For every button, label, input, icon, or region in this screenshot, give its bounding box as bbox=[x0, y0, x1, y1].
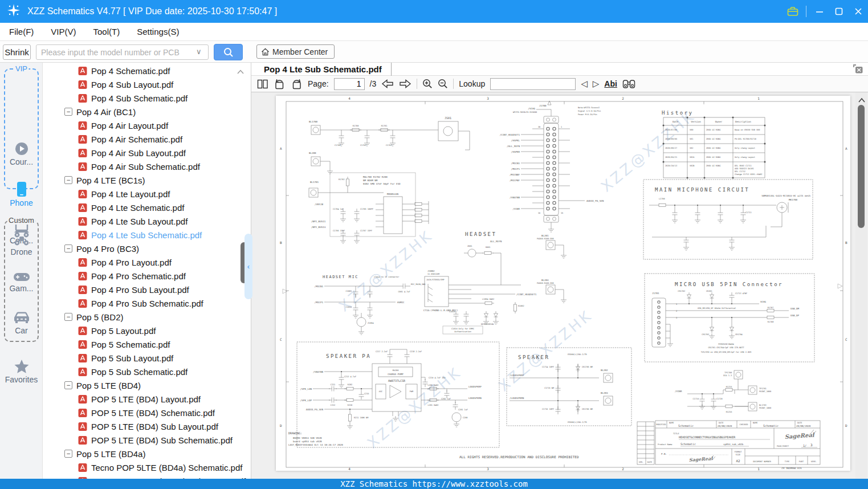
maximize-button[interactable] bbox=[829, 0, 849, 23]
tree-item[interactable]: − Pop 5 LTE (BD4) bbox=[43, 378, 251, 392]
page-next-icon[interactable] bbox=[399, 79, 411, 88]
tree-item[interactable]: − Pop 4 Lte Layout.pdf bbox=[43, 187, 251, 201]
tree-item[interactable]: − POP 5 LTE (BD4) Sub Schematic.pdf bbox=[43, 433, 251, 447]
binoculars-icon[interactable] bbox=[622, 79, 635, 89]
text-select-tool[interactable]: Abi bbox=[604, 79, 617, 88]
collapse-icon[interactable]: − bbox=[64, 450, 72, 458]
model-search-input[interactable] bbox=[36, 44, 209, 60]
tree-item[interactable]: − POP 5 LTE (BD4) Sub Layout.pdf bbox=[43, 419, 251, 433]
tree-item[interactable]: − Pop 4 Air Schematic.pdf bbox=[43, 132, 251, 146]
tree-item[interactable]: − Pop 5 Layout.pdf bbox=[43, 324, 251, 337]
pin-number: 1 bbox=[676, 303, 677, 305]
tree-item[interactable]: − POP 5 LTE (BD4) Schematic.pdf bbox=[43, 406, 251, 419]
rail-item-phone[interactable]: Phone bbox=[0, 181, 43, 207]
tree-item[interactable]: − Pop 4 Sub Schematic.pdf bbox=[43, 91, 251, 105]
find-next-icon[interactable]: ▷ bbox=[593, 79, 600, 89]
part-label: DIA 1.3 bbox=[723, 374, 732, 377]
viewer-scrollbar[interactable] bbox=[855, 92, 867, 479]
tree-item[interactable]: − Pop 5 (BD2) bbox=[43, 310, 251, 324]
tree-item[interactable]: − Tecno POP 5LTE (BD4a) Sub Layout.pdf bbox=[43, 474, 251, 479]
search-button[interactable] bbox=[214, 44, 243, 60]
rail-label-car: Car bbox=[15, 326, 28, 335]
tree-item[interactable]: − Pop 4 LTE (BC1s) bbox=[43, 173, 251, 187]
headset-pads: BL201 PAD60-R100-E00 BL204 PAD60-R100-E0… bbox=[537, 234, 567, 303]
drawing-note: BOARD VD053 SUB V02B bbox=[293, 437, 322, 439]
rotate-left-icon[interactable] bbox=[274, 79, 286, 89]
tree-item[interactable]: − POP 5 LTE (BD4) Layout.pdf bbox=[43, 392, 251, 406]
collapse-icon[interactable]: − bbox=[64, 381, 72, 389]
chevron-down-icon[interactable]: ∨ bbox=[196, 47, 202, 56]
tree-item[interactable]: − Pop 4 Air Sub Schematic.pdf bbox=[43, 160, 251, 173]
note-label: Power M:0.3A/Pin bbox=[578, 113, 597, 116]
menu-vip[interactable]: VIP(V) bbox=[51, 27, 76, 36]
panel-collapse-handle[interactable]: ‹ bbox=[244, 234, 252, 299]
menu-settings[interactable]: Settings(S) bbox=[137, 27, 179, 36]
ref-label: Z001 bbox=[467, 245, 472, 247]
svg-text:1: 1 bbox=[757, 96, 760, 100]
tree-item[interactable]: − Pop 4 Pro Layout.pdf bbox=[43, 255, 251, 269]
svg-text:D: D bbox=[845, 423, 847, 427]
tree-item[interactable]: − Pop 4 Pro Sub Schematic.pdf bbox=[43, 296, 251, 310]
minimize-button[interactable] bbox=[810, 0, 829, 23]
tree-item[interactable]: − Pop 4 Schematic.pdf bbox=[43, 64, 251, 78]
tree-item[interactable]: − Pop 5 Schematic.pdf bbox=[43, 337, 251, 351]
close-tabs-icon[interactable] bbox=[853, 64, 863, 76]
rotate-right-icon[interactable] bbox=[291, 79, 303, 89]
pdf-file-icon bbox=[78, 299, 87, 308]
tree-item[interactable]: − Pop 4 Pro Schematic.pdf bbox=[43, 269, 251, 283]
tree-item[interactable]: − Pop 4 Air (BC1) bbox=[43, 105, 251, 119]
watermark-text: XZZ@XZZHK bbox=[336, 227, 437, 315]
close-button[interactable] bbox=[849, 0, 868, 23]
viewer-scrollbar-thumb[interactable] bbox=[858, 105, 865, 228]
pdf-file-icon bbox=[78, 203, 87, 213]
menu-tool[interactable]: Tool(T) bbox=[93, 27, 120, 36]
shrink-button[interactable]: Shrink bbox=[3, 44, 31, 60]
tree-item[interactable]: − Pop 4 Air Layout.pdf bbox=[43, 119, 251, 132]
rail-item-drone[interactable]: Drone bbox=[0, 231, 43, 256]
rail-label-drone: Drone bbox=[10, 247, 32, 256]
tree-item[interactable]: − Pop 4 Lte Sub Layout.pdf bbox=[43, 214, 251, 228]
tree-item-label: Pop 5 Sub Layout.pdf bbox=[91, 353, 173, 363]
table-cell: DEL C1712 bbox=[735, 170, 745, 173]
scroll-up-icon[interactable] bbox=[858, 95, 865, 105]
page-number-input[interactable] bbox=[334, 78, 365, 90]
tree-item[interactable]: − Pop 4 Pro (BC3) bbox=[43, 242, 251, 255]
tree-item[interactable]: − Pop 4 Sub Layout.pdf bbox=[43, 78, 251, 91]
tree-item[interactable]: − Tecno POP 5LTE (BD4a) Schematic.pdf bbox=[43, 461, 251, 474]
tree-item[interactable]: − Pop 5 Sub Layout.pdf bbox=[43, 351, 251, 365]
ref-label: BL200 bbox=[309, 152, 316, 154]
collapse-icon[interactable]: − bbox=[64, 313, 72, 321]
tree-item[interactable]: − Pop 4 Pro Sub Layout.pdf bbox=[43, 283, 251, 296]
ref-label: C200 bbox=[463, 417, 467, 419]
collapse-icon[interactable]: − bbox=[64, 108, 72, 116]
rail-item-game[interactable]: Gam... bbox=[0, 271, 43, 293]
part-label: J1002 bbox=[427, 270, 435, 272]
svg-text:A: A bbox=[280, 146, 282, 150]
note-label: Authentication bbox=[454, 331, 471, 333]
rail-item-course[interactable]: Cour... bbox=[0, 141, 43, 166]
part-label: J1701 bbox=[652, 292, 659, 295]
tree-item[interactable]: − Pop 4 Lte Sub Schematic.pdf bbox=[43, 228, 251, 242]
tree-item[interactable]: − Pop 5 LTE (BD4a) bbox=[43, 447, 251, 461]
rail-item-car[interactable]: Car bbox=[0, 311, 43, 335]
tree-scroll-up-icon[interactable] bbox=[237, 66, 244, 76]
menu-file[interactable]: File(F) bbox=[9, 27, 34, 36]
vip-briefcase-icon[interactable] bbox=[783, 0, 802, 23]
two-page-view-icon[interactable] bbox=[257, 79, 268, 89]
footer-notes: DRAWING: BOARD VD053 SUB V02B board vp05… bbox=[288, 431, 579, 459]
find-prev-icon[interactable]: ◁ bbox=[581, 79, 588, 89]
page-prev-icon[interactable] bbox=[381, 79, 394, 88]
tree-item[interactable]: − Pop 4 Air Sub Layout.pdf bbox=[43, 146, 251, 160]
tree-item[interactable]: − Pop 4 Lte Schematic.pdf bbox=[43, 201, 251, 214]
member-center-button[interactable]: Member Center bbox=[256, 44, 335, 59]
rail-item-favorites[interactable]: Favorites bbox=[0, 359, 43, 384]
part-label: BL1703 bbox=[759, 404, 767, 406]
zoom-in-icon[interactable] bbox=[422, 79, 433, 89]
zoom-out-icon[interactable] bbox=[438, 79, 448, 89]
document-tab[interactable]: Pop 4 Lte Sub Schematic.pdf bbox=[264, 63, 392, 76]
signal-label: /VCHG bbox=[528, 107, 535, 110]
collapse-icon[interactable]: − bbox=[64, 244, 72, 252]
collapse-icon[interactable]: − bbox=[64, 176, 72, 184]
tree-item[interactable]: − Pop 5 Sub Schematic.pdf bbox=[43, 365, 251, 378]
lookup-input[interactable] bbox=[490, 78, 576, 90]
